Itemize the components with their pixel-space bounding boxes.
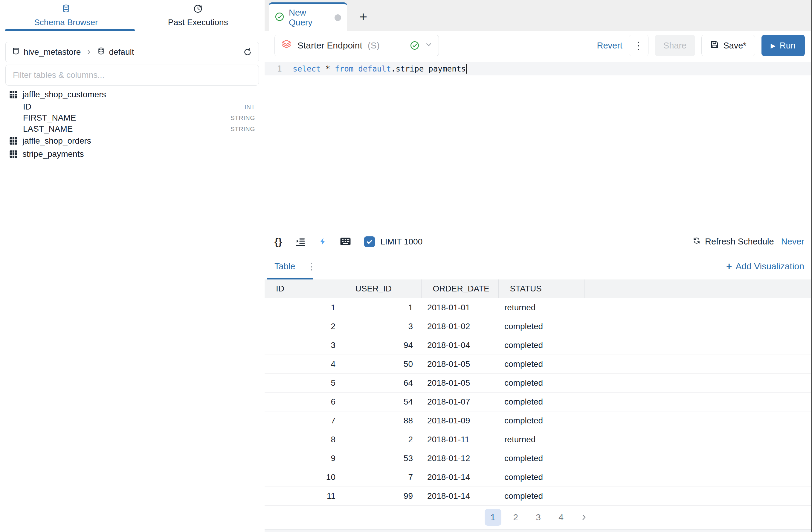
code-token: select <box>293 64 321 73</box>
plus-icon: + <box>359 9 367 25</box>
cell-filler <box>584 430 812 449</box>
table-row: 822018-01-11returned <box>265 430 812 449</box>
breadcrumb-schema[interactable]: default <box>97 47 134 57</box>
page-button-1[interactable]: 1 <box>484 509 502 526</box>
cell-id: 3 <box>265 336 344 354</box>
results-header: Table ⋮ + Add Visualization <box>265 253 812 279</box>
schema-table-item[interactable]: stripe_payments <box>0 148 264 161</box>
refresh-schedule-value[interactable]: Never <box>781 237 804 247</box>
table-name: jaffle_shop_customers <box>23 90 106 99</box>
filter-input[interactable] <box>5 65 259 86</box>
code-token: * <box>325 64 330 73</box>
cell-id: 1 <box>265 298 344 317</box>
query-tab-bar: New Query + <box>265 0 812 31</box>
format-braces-icon[interactable]: {} <box>274 236 282 247</box>
add-visualization-button[interactable]: + Add Visualization <box>726 261 804 272</box>
table-row: 11992018-01-14completed <box>265 487 812 505</box>
more-actions-button[interactable]: ⋮ <box>629 35 649 56</box>
table-row: 112018-01-01returned <box>265 298 812 317</box>
schema-column-item[interactable]: IDINT <box>0 101 264 112</box>
catalog-icon <box>12 47 20 57</box>
cell-status: completed <box>498 392 584 411</box>
table-row: 5642018-01-05completed <box>265 374 812 392</box>
cell-id: 4 <box>265 354 344 374</box>
editor-tools: {} <box>274 236 351 247</box>
table-grid-icon <box>9 137 18 145</box>
cell-user-id: 2 <box>344 430 421 449</box>
refresh-schema-button[interactable] <box>236 42 259 62</box>
lightning-bolt-icon[interactable] <box>319 237 327 247</box>
play-icon: ▶ <box>771 42 775 50</box>
query-header: Starter Endpoint (S) Revert ⋮ <box>265 31 812 60</box>
cell-order-date: 2018-01-09 <box>421 411 498 430</box>
share-button[interactable]: Share <box>655 35 695 56</box>
tab-past-executions[interactable]: Past Executions <box>132 0 264 31</box>
revert-button[interactable]: Revert <box>597 41 622 51</box>
cell-id: 10 <box>265 468 344 487</box>
code-token: .stripe_payments <box>391 64 466 73</box>
cell-order-date: 2018-01-07 <box>421 392 498 411</box>
page-button-2[interactable]: 2 <box>507 509 524 526</box>
results-table: IDUSER_IDORDER_DATESTATUS 112018-01-01re… <box>265 279 812 506</box>
cell-status: completed <box>498 374 584 392</box>
results-tab-underline <box>267 278 313 279</box>
sql-query-workspace: Schema Browser Past Executions <box>0 0 812 532</box>
query-actions: Revert ⋮ Share Save* <box>597 35 805 56</box>
run-button[interactable]: ▶ Run <box>762 35 805 56</box>
sql-editor[interactable]: 1 select * from default.stripe_payments <box>265 60 812 230</box>
cell-status: returned <box>498 298 584 317</box>
page-button-4[interactable]: 4 <box>553 509 569 526</box>
tab-table-visualization[interactable]: Table <box>274 262 295 271</box>
cell-order-date: 2018-01-14 <box>421 468 498 487</box>
plus-icon: + <box>726 261 732 272</box>
table-name: stripe_payments <box>23 149 84 159</box>
tab-schema-browser[interactable]: Schema Browser <box>0 0 132 31</box>
column-type: STRING <box>231 114 255 122</box>
cell-filler <box>584 392 812 411</box>
cell-status: completed <box>498 449 584 468</box>
schema-column-item[interactable]: LAST_NAMESTRING <box>0 123 264 134</box>
next-page-button[interactable] <box>576 509 592 526</box>
cell-status: completed <box>498 468 584 487</box>
bottom-strip <box>265 529 812 532</box>
auto-indent-icon[interactable] <box>295 237 306 247</box>
new-tab-button[interactable]: + <box>347 2 379 31</box>
column-header-status[interactable]: STATUS <box>498 279 584 298</box>
cell-filler <box>584 298 812 317</box>
cell-id: 5 <box>265 374 344 392</box>
tab-new-query[interactable]: New Query <box>269 2 347 31</box>
page-button-3[interactable]: 3 <box>530 509 547 526</box>
schema-table-item[interactable]: jaffle_shop_orders <box>0 134 264 148</box>
code-token <box>321 64 325 73</box>
column-name: ID <box>23 102 31 112</box>
save-floppy-icon <box>710 40 719 51</box>
schema-breadcrumb: hive_metastore default <box>5 42 259 62</box>
column-name: FIRST_NAME <box>23 113 76 123</box>
endpoint-select[interactable]: Starter Endpoint (S) <box>274 35 439 56</box>
column-header-id[interactable]: ID <box>265 279 344 298</box>
endpoint-name: Starter Endpoint <box>298 40 362 51</box>
save-button[interactable]: Save* <box>701 35 755 56</box>
cell-order-date: 2018-01-11 <box>421 430 498 449</box>
column-type: INT <box>245 103 255 110</box>
cell-user-id: 53 <box>344 449 421 468</box>
breadcrumb-catalog[interactable]: hive_metastore <box>12 47 81 57</box>
tab-past-executions-label: Past Executions <box>168 18 228 27</box>
visualization-kebab-icon[interactable]: ⋮ <box>307 261 316 272</box>
cell-order-date: 2018-01-04 <box>421 336 498 354</box>
keyboard-shortcuts-icon[interactable] <box>340 237 351 246</box>
column-header-order_date[interactable]: ORDER_DATE <box>421 279 498 298</box>
cell-id: 9 <box>265 449 344 468</box>
limit-toggle[interactable]: LIMIT 1000 <box>364 236 422 247</box>
window-right-edge <box>811 0 812 532</box>
column-header-user_id[interactable]: USER_ID <box>344 279 421 298</box>
limit-checkbox[interactable] <box>364 236 375 247</box>
history-clock-icon <box>193 4 203 16</box>
cell-filler <box>584 336 812 354</box>
schema-table-item[interactable]: jaffle_shop_customers <box>0 88 264 101</box>
table-row: 232018-01-02completed <box>265 317 812 336</box>
cell-status: completed <box>498 336 584 354</box>
database-icon <box>61 4 71 16</box>
cell-user-id: 99 <box>344 487 421 505</box>
schema-column-item[interactable]: FIRST_NAMESTRING <box>0 112 264 123</box>
